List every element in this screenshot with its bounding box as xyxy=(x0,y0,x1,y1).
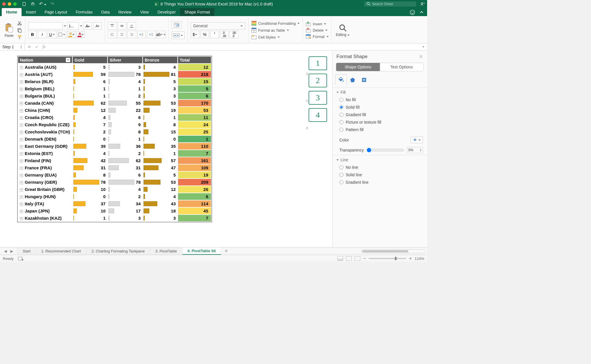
save-icon[interactable] xyxy=(22,2,26,6)
align-middle-icon[interactable] xyxy=(118,22,126,30)
fill-option-picture-or-texture-fill[interactable]: Picture or texture fill xyxy=(339,120,423,124)
fill-accordion-header[interactable]: Fill xyxy=(332,88,427,97)
table-row[interactable]: +Italy (ITA)373443114 xyxy=(18,200,211,207)
name-box[interactable]: Step 1▲▼ xyxy=(0,43,25,50)
table-row[interactable]: +Bulgaria (BUL)1236 xyxy=(18,93,211,99)
align-left-icon[interactable] xyxy=(108,31,116,38)
italic-button[interactable]: I xyxy=(38,31,47,38)
search-sheet-input[interactable]: Search Sheet xyxy=(364,1,416,7)
fill-color-button[interactable] xyxy=(67,31,75,38)
tab-data[interactable]: Data xyxy=(97,8,114,16)
zoom-out-icon[interactable]: − xyxy=(363,256,366,261)
decrease-indent-icon[interactable] xyxy=(137,31,146,38)
transparency-value[interactable]: 0%▲▼ xyxy=(407,147,423,153)
conditional-formatting-button[interactable]: Conditional Formatting xyxy=(251,21,300,26)
prev-sheet-icon[interactable]: ◀ xyxy=(4,249,7,253)
fx-icon[interactable]: fx xyxy=(43,45,45,49)
line-option-no-line[interactable]: No line xyxy=(339,165,423,170)
slicer-card-1[interactable]: 1 xyxy=(309,56,327,70)
table-row[interactable]: +Germany (GER)787853209 xyxy=(18,179,211,185)
cell-styles-button[interactable]: Cell Styles xyxy=(251,35,300,40)
horizontal-scrollbar[interactable] xyxy=(362,250,425,253)
table-row[interactable]: +Australia (AUS)53412 xyxy=(18,64,211,70)
underline-button[interactable]: U xyxy=(48,31,56,38)
slicer-card-3[interactable]: 3 xyxy=(309,91,327,105)
table-row[interactable]: +Japan (JPN)10171845 xyxy=(18,208,211,214)
text-options-tab[interactable]: Text Options xyxy=(380,63,424,71)
font-size-input[interactable] xyxy=(67,22,79,30)
table-row[interactable]: +Canada (CAN)625553170 xyxy=(18,100,211,106)
table-row[interactable]: +Estonia (EST)4217 xyxy=(18,150,211,157)
slicer-card-4[interactable]: 4 xyxy=(309,108,327,122)
merge-center-icon[interactable] xyxy=(171,32,185,39)
table-row[interactable]: +Croatia (CRO)46111 xyxy=(18,114,211,121)
currency-icon[interactable]: $ xyxy=(191,31,199,38)
redo-icon[interactable]: ↷ xyxy=(50,1,54,7)
number-format-select[interactable]: General xyxy=(191,22,245,30)
copy-icon[interactable] xyxy=(17,28,22,33)
fill-option-solid-fill[interactable]: Solid fill xyxy=(339,105,423,110)
worksheet-area[interactable]: Nation Gold Silver Bronze Total +Austral… xyxy=(0,51,332,247)
normal-view-icon[interactable] xyxy=(337,256,343,261)
fill-option-no-fill[interactable]: No fill xyxy=(339,97,423,102)
decrease-font-icon[interactable]: A▾ xyxy=(93,22,102,30)
line-option-solid-line[interactable]: Solid line xyxy=(339,173,423,177)
table-row[interactable]: +France (FRA)313147109 xyxy=(18,164,211,171)
table-row[interactable]: +Finland (FIN)426257161 xyxy=(18,157,211,164)
fill-color-picker[interactable] xyxy=(410,137,423,143)
page-break-view-icon[interactable] xyxy=(355,256,360,261)
cut-icon[interactable] xyxy=(17,21,22,26)
slicer-card-2[interactable]: 2 xyxy=(309,74,327,87)
header-nation[interactable]: Nation xyxy=(18,57,72,63)
sheet-tab-2[interactable]: 2. Charting Formating Taskpane xyxy=(86,248,150,255)
table-row[interactable]: +Great Britain (GBR)1041226 xyxy=(18,186,211,193)
percent-icon[interactable]: % xyxy=(200,31,209,38)
maximize-window-icon[interactable] xyxy=(13,2,17,6)
fill-line-tab-icon[interactable] xyxy=(335,74,347,85)
table-row[interactable]: +Kazakhstan (KAZ)1337 xyxy=(18,215,211,221)
table-row[interactable]: +Hungary (HUN)0246 xyxy=(18,193,211,200)
table-row[interactable]: +Czechoslovakia (TCH)281525 xyxy=(18,129,211,135)
align-right-icon[interactable] xyxy=(127,31,136,38)
editing-button[interactable]: Editing xyxy=(334,23,351,37)
effects-tab-icon[interactable] xyxy=(347,74,358,85)
table-row[interactable]: +China (CHN)12221953 xyxy=(18,107,211,114)
close-window-icon[interactable] xyxy=(2,2,6,6)
paste-button[interactable]: Paste xyxy=(3,22,15,38)
format-as-table-button[interactable]: Format as Table xyxy=(251,28,300,33)
tab-insert[interactable]: Insert xyxy=(22,8,40,16)
zoom-slider[interactable] xyxy=(369,258,406,259)
tab-review[interactable]: Review xyxy=(114,8,136,16)
close-pane-icon[interactable]: ✕ xyxy=(419,53,423,60)
page-layout-view-icon[interactable] xyxy=(346,256,352,261)
minimize-window-icon[interactable] xyxy=(8,2,11,6)
font-color-button[interactable]: A xyxy=(76,31,85,38)
comma-icon[interactable]: ʼ xyxy=(210,31,219,38)
format-painter-icon[interactable] xyxy=(17,35,22,40)
header-total[interactable]: Total xyxy=(178,57,211,63)
filter-icon[interactable] xyxy=(66,58,70,62)
print-icon[interactable] xyxy=(30,2,35,6)
table-row[interactable]: +Austria (AUT)597881218 xyxy=(18,71,211,78)
table-row[interactable]: +East Germany (GDR)393635110 xyxy=(18,143,211,150)
zoom-in-icon[interactable]: + xyxy=(409,256,412,261)
tab-page-layout[interactable]: Page Layout xyxy=(40,8,72,16)
sheet-tab-3[interactable]: 3. PivotTable xyxy=(150,248,182,255)
border-button[interactable] xyxy=(58,31,66,38)
shape-options-tab[interactable]: Shape Options xyxy=(336,63,380,71)
enter-formula-icon[interactable]: ✓ xyxy=(35,45,39,49)
next-sheet-icon[interactable]: ▶ xyxy=(10,249,13,253)
decrease-decimal-icon[interactable]: .00.0 xyxy=(230,31,238,38)
feedback-icon[interactable] xyxy=(410,10,415,15)
orientation-icon[interactable]: ab↗ xyxy=(157,31,165,38)
table-row[interactable]: +Belgium (BEL)1135 xyxy=(18,85,211,92)
delete-cells-button[interactable]: Delete xyxy=(306,28,328,32)
wrap-text-icon[interactable] xyxy=(171,21,182,29)
insert-cells-button[interactable]: Insert xyxy=(306,22,328,26)
format-cells-button[interactable]: Format xyxy=(306,34,328,39)
transparency-slider[interactable] xyxy=(367,148,404,152)
align-center-icon[interactable] xyxy=(118,31,126,38)
align-bottom-icon[interactable] xyxy=(127,22,136,30)
table-row[interactable]: +Belarus (BLR)64515 xyxy=(18,78,211,85)
bold-button[interactable]: B xyxy=(28,31,37,38)
